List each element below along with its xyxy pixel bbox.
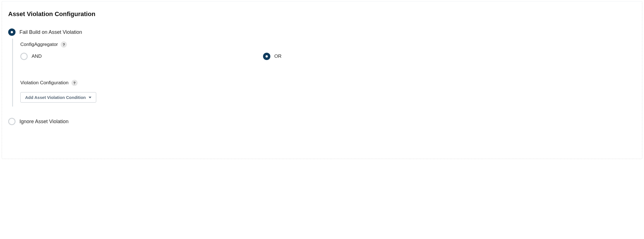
chevron-down-icon	[89, 97, 91, 98]
add-button-label: Add Asset Violation Condition	[25, 95, 86, 100]
add-asset-violation-condition-button[interactable]: Add Asset Violation Condition	[20, 92, 96, 103]
option-fail-build-row[interactable]: Fail Build on Asset Violation	[8, 28, 636, 36]
radio-fail-build-label: Fail Build on Asset Violation	[19, 29, 82, 35]
aggregator-options-row: AND OR	[20, 53, 636, 60]
config-aggregator-header: ConfigAggregator ?	[20, 41, 636, 48]
radio-or-label: OR	[274, 54, 282, 59]
asset-violation-config-panel: Asset Violation Configuration Fail Build…	[2, 1, 642, 159]
radio-fail-build[interactable]	[8, 28, 16, 36]
violation-config-label: Violation Configuration	[20, 80, 69, 86]
violation-config-header: Violation Configuration ?	[20, 80, 636, 86]
radio-and-label: AND	[32, 54, 42, 59]
aggregator-option-and[interactable]: AND	[20, 53, 240, 60]
help-icon[interactable]: ?	[71, 80, 78, 86]
section-title: Asset Violation Configuration	[8, 10, 636, 18]
config-aggregator-label: ConfigAggregator	[20, 42, 58, 47]
help-icon[interactable]: ?	[61, 41, 67, 48]
radio-ignore[interactable]	[8, 118, 16, 125]
fail-build-subsection: ConfigAggregator ? AND OR Violation Conf…	[12, 39, 636, 107]
radio-or[interactable]	[263, 53, 270, 60]
radio-ignore-label: Ignore Asset Violation	[19, 119, 69, 125]
aggregator-option-or[interactable]: OR	[263, 53, 282, 60]
radio-and[interactable]	[20, 53, 28, 60]
option-ignore-row[interactable]: Ignore Asset Violation	[8, 118, 636, 125]
